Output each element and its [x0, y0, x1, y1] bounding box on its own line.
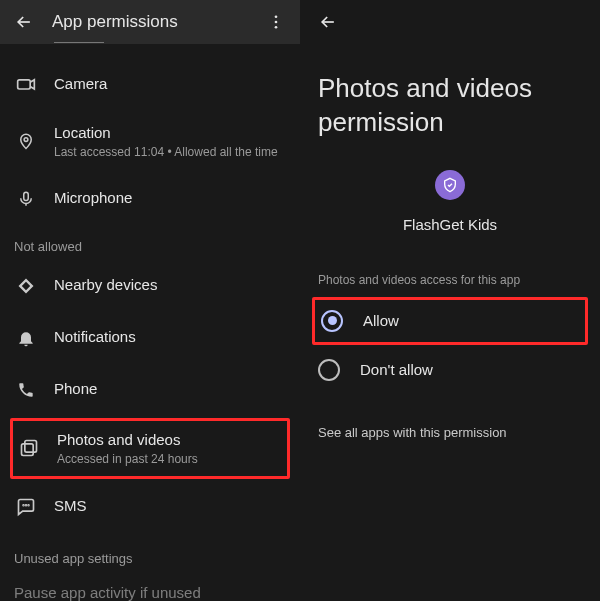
access-label: Photos and videos access for this app [300, 243, 600, 297]
permission-row-photos[interactable]: Photos and videos Accessed in past 24 ho… [10, 418, 290, 479]
permission-name [54, 33, 286, 52]
phone-icon [14, 378, 38, 402]
svg-point-1 [275, 21, 278, 24]
section-unused: Unused app settings [0, 533, 300, 574]
svg-point-8 [23, 504, 24, 505]
permission-name: Photos and videos [57, 431, 283, 450]
location-icon [14, 129, 38, 153]
svg-point-2 [275, 26, 278, 29]
permission-name: Location [54, 124, 286, 143]
permission-row-microphone[interactable]: Microphone [0, 173, 300, 225]
page-title: Photos and videos permission [300, 44, 600, 150]
see-all-apps-link[interactable]: See all apps with this permission [300, 395, 600, 450]
svg-rect-6 [25, 441, 37, 453]
permission-row-camera[interactable]: Camera [0, 58, 300, 110]
permission-name: Phone [54, 380, 286, 399]
pause-title: Pause app activity if unused [14, 584, 238, 601]
permission-row-phone[interactable]: Phone [0, 364, 300, 416]
app-name: FlashGet Kids [403, 216, 497, 233]
svg-point-10 [28, 504, 29, 505]
svg-point-4 [24, 138, 28, 142]
svg-rect-3 [18, 80, 31, 89]
app-icon [435, 170, 465, 200]
section-not-allowed: Not allowed [0, 225, 300, 260]
radio-allow[interactable] [321, 310, 343, 332]
permission-row-nearby[interactable]: Nearby devices [0, 260, 300, 312]
svg-rect-7 [22, 444, 34, 456]
permission-row-location[interactable]: Location Last accessed 11:04 • Allowed a… [0, 110, 300, 173]
page-title: App permissions [38, 12, 262, 32]
permission-row-notifications[interactable]: Notifications [0, 312, 300, 364]
microphone-icon [14, 187, 38, 211]
camera-icon [14, 72, 38, 96]
permission-name: Notifications [54, 328, 286, 347]
nearby-devices-icon [14, 274, 38, 298]
permission-name: Camera [54, 75, 286, 94]
radio-label: Don't allow [360, 361, 433, 378]
radio-dont-allow[interactable] [318, 359, 340, 381]
svg-rect-5 [24, 192, 29, 200]
svg-point-0 [275, 15, 278, 18]
photos-icon [17, 436, 41, 460]
pause-app-activity-row[interactable]: Pause app activity if unused Remove perm… [0, 574, 300, 602]
permission-name: Nearby devices [54, 276, 286, 295]
back-button[interactable] [314, 8, 342, 36]
call-logs-icon [14, 30, 38, 54]
radio-row-allow[interactable]: Allow [312, 297, 588, 345]
radio-row-dont-allow[interactable]: Don't allow [300, 345, 600, 395]
svg-point-9 [26, 504, 27, 505]
sms-icon [14, 495, 38, 519]
permission-row-truncated[interactable] [0, 30, 300, 58]
permission-sub: Last accessed 11:04 • Allowed all the ti… [54, 145, 286, 159]
permission-name: Microphone [54, 189, 286, 208]
notifications-icon [14, 326, 38, 350]
permission-row-sms[interactable]: SMS [0, 481, 300, 533]
permission-name: SMS [54, 497, 286, 516]
permission-sub: Accessed in past 24 hours [57, 452, 283, 466]
radio-label: Allow [363, 312, 399, 329]
